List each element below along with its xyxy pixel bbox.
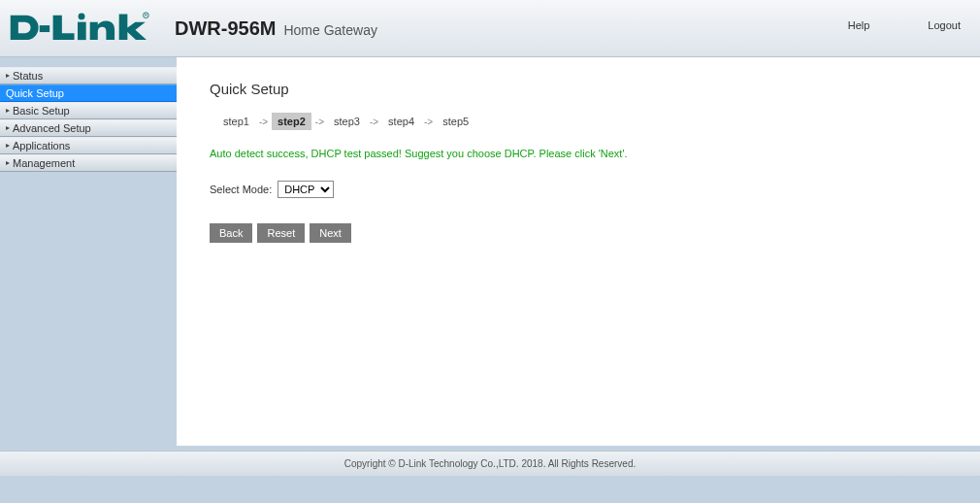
mode-select[interactable]: DHCP — [278, 181, 334, 198]
header-links: Help Logout — [848, 19, 961, 31]
caret-right-icon: ▸ — [6, 124, 10, 132]
arrow-icon: -> — [315, 117, 324, 127]
sidebar-item-quick-setup[interactable]: Quick Setup — [0, 84, 177, 102]
sidebar-item-label: Basic Setup — [13, 105, 70, 117]
select-mode-label: Select Mode: — [210, 184, 272, 195]
sidebar-item-applications[interactable]: ▸ Applications — [0, 137, 177, 154]
caret-right-icon: ▸ — [6, 107, 10, 115]
svg-rect-0 — [40, 25, 49, 32]
logo: R — [0, 8, 155, 49]
sidebar-item-management[interactable]: ▸ Management — [0, 154, 177, 172]
header: R DWR-956M Home Gateway Help Logout — [0, 0, 980, 57]
reset-button[interactable]: Reset — [257, 223, 305, 243]
svg-text:R: R — [145, 13, 147, 17]
arrow-icon: -> — [259, 117, 268, 127]
step-2[interactable]: step2 — [272, 113, 311, 130]
footer: Copyright © D-Link Technology Co.,LTD. 2… — [0, 451, 980, 476]
body-area: ▸ Status Quick Setup ▸ Basic Setup ▸ Adv… — [0, 57, 980, 446]
status-message: Auto detect success, DHCP test passed! S… — [210, 148, 947, 159]
sidebar-item-label: Applications — [13, 140, 70, 151]
step-1[interactable]: step1 — [217, 113, 255, 130]
sidebar-item-label: Quick Setup — [6, 87, 64, 99]
sidebar-item-label: Advanced Setup — [13, 122, 91, 134]
sidebar-item-status[interactable]: ▸ Status — [0, 67, 177, 84]
sidebar-item-label: Status — [13, 70, 43, 82]
help-link[interactable]: Help — [848, 19, 870, 31]
product-subtitle: Home Gateway — [283, 22, 376, 38]
sidebar-item-basic-setup[interactable]: ▸ Basic Setup — [0, 102, 177, 119]
copyright-text: Copyright © D-Link Technology Co.,LTD. 2… — [344, 458, 636, 469]
caret-right-icon: ▸ — [6, 72, 10, 80]
arrow-icon: -> — [370, 117, 378, 127]
logout-link[interactable]: Logout — [928, 19, 961, 31]
svg-rect-1 — [78, 22, 86, 40]
caret-right-icon: ▸ — [6, 142, 10, 150]
page-title: Quick Setup — [210, 81, 947, 97]
arrow-icon: -> — [424, 117, 433, 127]
content: Quick Setup step1 -> step2 -> step3 -> s… — [177, 57, 980, 446]
back-button[interactable]: Back — [210, 223, 252, 243]
sidebar-item-label: Management — [13, 157, 75, 169]
caret-right-icon: ▸ — [6, 159, 10, 167]
svg-point-2 — [79, 13, 85, 19]
step-5[interactable]: step5 — [437, 113, 474, 130]
dlink-logo-icon: R — [5, 8, 150, 49]
model-name: DWR-956M — [175, 17, 276, 40]
sidebar: ▸ Status Quick Setup ▸ Basic Setup ▸ Adv… — [0, 57, 177, 446]
mode-row: Select Mode: DHCP — [210, 181, 947, 198]
step-4[interactable]: step4 — [382, 113, 420, 130]
steps-indicator: step1 -> step2 -> step3 -> step4 -> step… — [217, 113, 947, 130]
button-row: Back Reset Next — [210, 223, 947, 243]
title-area: DWR-956M Home Gateway — [175, 17, 377, 40]
step-3[interactable]: step3 — [328, 113, 366, 130]
next-button[interactable]: Next — [310, 223, 351, 243]
sidebar-item-advanced-setup[interactable]: ▸ Advanced Setup — [0, 119, 177, 137]
